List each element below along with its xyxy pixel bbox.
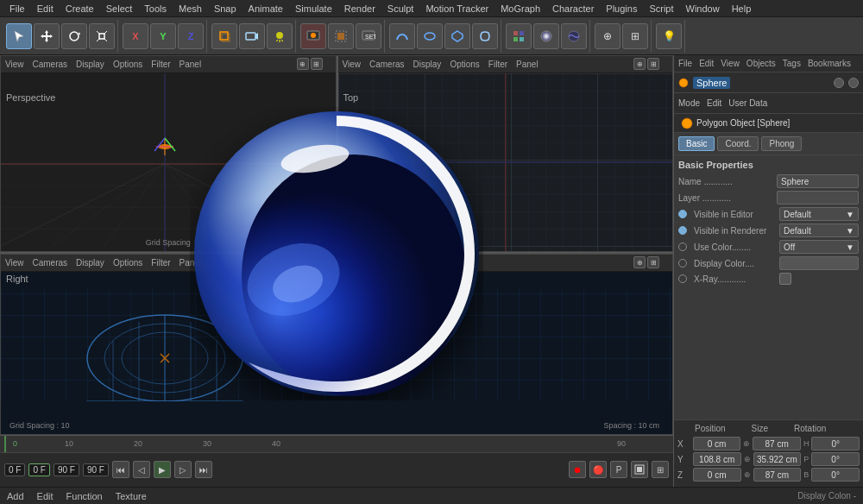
menu-animate[interactable]: Animate bbox=[243, 0, 288, 17]
prop-layer-value[interactable] bbox=[777, 191, 859, 205]
vp-cameras-btn[interactable]: Cameras bbox=[33, 60, 68, 69]
tab-coord[interactable]: Coord. bbox=[717, 136, 759, 151]
frame-start-display[interactable]: 0 F bbox=[4, 463, 25, 476]
menu-file[interactable]: File bbox=[4, 0, 30, 17]
menu-motion-tracker[interactable]: Motion Tracker bbox=[420, 0, 494, 17]
top-vp-view-btn[interactable]: View bbox=[343, 60, 362, 69]
render-region-btn[interactable] bbox=[328, 23, 354, 49]
polygon-btn[interactable] bbox=[444, 23, 470, 49]
top-vp-filter-btn[interactable]: Filter bbox=[488, 60, 507, 69]
vp-zoom-btn[interactable]: ⊞ bbox=[311, 58, 323, 70]
perspective-viewport[interactable]: View Cameras Display Options Filter Pane… bbox=[0, 55, 337, 252]
size-z-value[interactable]: 87 cm bbox=[753, 468, 802, 482]
size-y-value[interactable]: 35.922 cm bbox=[753, 452, 802, 466]
sphere-vis-editor[interactable] bbox=[834, 78, 844, 88]
snap-btn[interactable]: ⊕ bbox=[595, 23, 620, 49]
om-objects-btn[interactable]: Objects bbox=[746, 59, 776, 68]
menu-render[interactable]: Render bbox=[339, 0, 381, 17]
menu-sculpt[interactable]: Sculpt bbox=[382, 0, 419, 17]
vis-editor-radio[interactable] bbox=[678, 210, 687, 218]
display-color-radio[interactable] bbox=[678, 259, 687, 268]
record-btn[interactable]: ⏺ bbox=[569, 461, 586, 478]
select-tool-btn[interactable] bbox=[6, 23, 32, 49]
xray-radio[interactable] bbox=[678, 274, 687, 283]
xray-checkbox[interactable] bbox=[779, 273, 791, 285]
grid-snap-btn[interactable]: ⊞ bbox=[622, 23, 648, 49]
prop-use-color-value[interactable]: Off ▼ bbox=[779, 240, 859, 254]
menu-script[interactable]: Script bbox=[644, 0, 678, 17]
top-vp-nav-btn[interactable]: ⊕ bbox=[633, 58, 646, 70]
move-tool-btn[interactable] bbox=[34, 23, 60, 49]
bulb-btn[interactable]: 💡 bbox=[656, 23, 682, 49]
menu-mesh[interactable]: Mesh bbox=[173, 0, 207, 17]
axis-z-btn[interactable]: Z bbox=[178, 23, 204, 49]
menu-edit[interactable]: Edit bbox=[32, 0, 59, 17]
top-vp-panel-btn[interactable]: Panel bbox=[516, 60, 539, 69]
menu-simulate[interactable]: Simulate bbox=[290, 0, 337, 17]
bottom-texture-btn[interactable]: Texture bbox=[116, 491, 147, 501]
rot-p-value[interactable]: 0° bbox=[811, 452, 860, 466]
menu-snap[interactable]: Snap bbox=[209, 0, 242, 17]
axis-x-btn[interactable]: X bbox=[123, 23, 148, 49]
top-vp-options-btn[interactable]: Options bbox=[450, 60, 479, 69]
attr-mode-btn[interactable]: Mode bbox=[678, 98, 700, 108]
prop-display-color-swatch[interactable] bbox=[779, 256, 859, 270]
texture-btn[interactable] bbox=[506, 23, 532, 49]
menu-character[interactable]: Character bbox=[547, 0, 599, 17]
deform-btn[interactable] bbox=[472, 23, 498, 49]
menu-tools[interactable]: Tools bbox=[139, 0, 172, 17]
attr-edit-btn[interactable]: Edit bbox=[707, 98, 721, 108]
om-edit-btn[interactable]: Edit bbox=[699, 59, 714, 68]
playhead[interactable] bbox=[4, 436, 6, 452]
prev-key-btn[interactable]: ◁ bbox=[133, 461, 150, 478]
cube-btn[interactable] bbox=[211, 23, 237, 49]
play-btn[interactable]: ▶ bbox=[154, 461, 171, 478]
pos-z-value[interactable]: 0 cm bbox=[693, 468, 741, 482]
axis-y-btn[interactable]: Y bbox=[150, 23, 176, 49]
vp-options-btn[interactable]: Options bbox=[113, 60, 142, 69]
vp-filter-btn[interactable]: Filter bbox=[151, 60, 170, 69]
sphere-vis-render[interactable] bbox=[848, 78, 859, 88]
vis-renderer-radio[interactable] bbox=[678, 226, 687, 235]
om-bookmarks-btn[interactable]: Bookmarks bbox=[808, 59, 851, 68]
timeline-more-btn[interactable]: ⊞ bbox=[652, 461, 669, 478]
right-vp-nav-btn[interactable]: ⊕ bbox=[633, 256, 646, 268]
forward-btn[interactable]: ⏭ bbox=[195, 461, 212, 478]
vp-view-btn[interactable]: View bbox=[5, 60, 24, 69]
top-viewport[interactable]: View Cameras Display Options Filter Pane… bbox=[337, 55, 674, 252]
pos-x-value[interactable]: 0 cm bbox=[693, 437, 741, 450]
right-vp-options-btn[interactable]: Options bbox=[113, 258, 142, 268]
next-key-btn[interactable]: ▷ bbox=[174, 461, 192, 478]
pos-y-value[interactable]: 108.8 cm bbox=[693, 452, 741, 466]
frame-current-display[interactable]: 0 F bbox=[28, 463, 49, 476]
use-color-radio[interactable] bbox=[678, 243, 687, 251]
menu-mograph[interactable]: MoGraph bbox=[495, 0, 545, 17]
right-vp-view-btn[interactable]: View bbox=[5, 258, 24, 268]
key-all-btn[interactable] bbox=[631, 461, 648, 478]
auto-key-btn[interactable]: 🔴 bbox=[589, 461, 607, 478]
menu-window[interactable]: Window bbox=[681, 0, 725, 17]
tab-phong[interactable]: Phong bbox=[761, 136, 802, 151]
rot-b-value[interactable]: 0° bbox=[811, 468, 860, 482]
frame-end-display[interactable]: 90 F bbox=[54, 463, 79, 476]
rewind-btn[interactable]: ⏮ bbox=[112, 461, 129, 478]
om-view-btn[interactable]: View bbox=[721, 59, 740, 68]
scale-tool-btn[interactable] bbox=[89, 23, 115, 49]
camera-btn[interactable] bbox=[239, 23, 265, 49]
menu-plugins[interactable]: Plugins bbox=[601, 0, 642, 17]
tab-basic[interactable]: Basic bbox=[678, 136, 715, 151]
vp-panel-btn[interactable]: Panel bbox=[180, 60, 202, 69]
menu-select[interactable]: Select bbox=[101, 0, 138, 17]
menu-help[interactable]: Help bbox=[727, 0, 757, 17]
prop-vis-editor-value[interactable]: Default ▼ bbox=[779, 207, 859, 221]
key-sel-btn[interactable]: P bbox=[610, 461, 627, 478]
right-vp-cameras-btn[interactable]: Cameras bbox=[33, 258, 68, 268]
attr-userdata-btn[interactable]: User Data bbox=[728, 98, 767, 108]
render-settings-btn[interactable]: SET bbox=[356, 23, 381, 49]
top-vp-cameras-btn[interactable]: Cameras bbox=[369, 60, 405, 69]
spline-btn[interactable] bbox=[389, 23, 415, 49]
render-btn[interactable] bbox=[300, 23, 326, 49]
om-tags-btn[interactable]: Tags bbox=[783, 59, 801, 68]
bottom-edit-btn[interactable]: Edit bbox=[37, 491, 54, 501]
rotate-tool-btn[interactable] bbox=[61, 23, 87, 49]
